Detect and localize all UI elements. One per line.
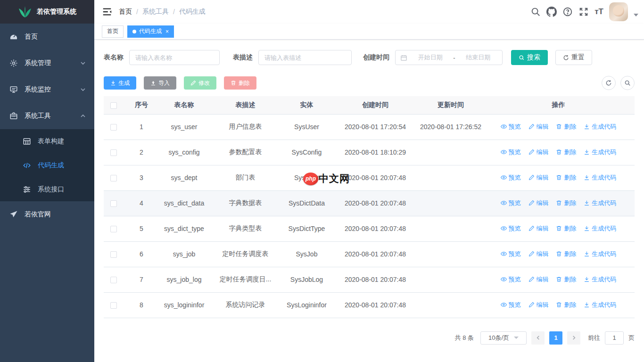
goto-page-input[interactable] [605,331,624,345]
sidebar-item-system-monitor[interactable]: 系统监控 [0,76,94,103]
start-date-placeholder[interactable]: 开始日期 [411,53,449,62]
table-row: 1 sys_user 用户信息表 SysUser 2020-08-01 17:2… [104,114,635,140]
sidebar-item-system-tools[interactable]: 系统工具 [0,103,94,129]
gencode-link[interactable]: 生成代码 [584,224,616,233]
next-page-button[interactable] [567,331,580,345]
gencode-link[interactable]: 生成代码 [584,148,616,156]
sidebar-item-system-manage[interactable]: 系统管理 [0,50,94,76]
close-icon[interactable]: × [165,29,169,34]
cell-actions: 预览 编辑 删除 生成代码 [482,114,635,140]
preview-link[interactable]: 预览 [501,173,521,182]
select-all-checkbox[interactable] [110,102,117,109]
row-checkbox[interactable] [110,175,117,181]
cell-name: sys_user [159,114,209,140]
edit-link[interactable]: 编辑 [528,224,549,233]
row-checkbox[interactable] [110,251,117,258]
table-row: 8 sys_logininfor 系统访问记录 SysLogininfor 20… [104,292,635,318]
gencode-link[interactable]: 生成代码 [584,123,616,131]
delete-link[interactable]: 删除 [556,123,576,131]
preview-link[interactable]: 预览 [501,301,521,309]
caret-down-icon[interactable] [634,14,638,16]
avatar[interactable] [609,2,628,21]
gencode-link[interactable]: 生成代码 [584,301,616,309]
sidebar-item-home[interactable]: 首页 [0,24,94,50]
reset-button[interactable]: 重置 [555,50,592,65]
tab-code-generate[interactable]: 代码生成 × [127,25,174,38]
tab-label: 首页 [107,27,118,35]
cell-index: 8 [124,292,159,318]
edit-link[interactable]: 编辑 [528,199,549,207]
search-button[interactable]: 搜索 [511,50,548,65]
row-checkbox[interactable] [110,302,117,309]
preview-link[interactable]: 预览 [501,275,521,284]
import-button[interactable]: 导入 [144,76,176,90]
preview-link[interactable]: 预览 [501,123,521,131]
row-select-cell [104,165,124,190]
fullscreen-icon[interactable] [578,7,589,17]
prev-page-button[interactable] [531,331,545,345]
logo-leaf-icon [18,6,32,18]
question-icon[interactable] [562,7,573,17]
edit-link[interactable]: 编辑 [528,301,549,309]
edit-button-disabled[interactable]: 修改 [184,76,216,90]
preview-link[interactable]: 预览 [501,199,521,207]
delete-link[interactable]: 删除 [556,275,576,284]
refresh-icon[interactable] [602,76,616,90]
delete-link[interactable]: 删除 [556,224,576,233]
sidebar-item-code-generate[interactable]: 代码生成 [0,153,94,177]
search-icon[interactable] [530,7,541,17]
cell-comment: 部门表 [209,165,282,190]
table-name-input[interactable] [129,50,220,65]
font-size-icon[interactable]: тT [594,7,603,17]
delete-link[interactable]: 删除 [556,199,576,207]
page-size-select[interactable]: 10条/页 [480,331,527,345]
total-count: 共 8 条 [455,334,474,342]
gencode-link[interactable]: 生成代码 [584,275,616,284]
preview-link[interactable]: 预览 [501,148,521,156]
logo-bar[interactable]: 若依管理系统 [0,0,94,24]
cell-index: 5 [124,216,159,241]
delete-link[interactable]: 删除 [556,301,576,309]
sidebar-collapse-icon[interactable] [102,7,112,17]
column-search-icon[interactable] [620,76,635,90]
gencode-link[interactable]: 生成代码 [584,250,616,258]
date-range-picker[interactable]: 开始日期 - 结束日期 [395,50,503,65]
row-checkbox[interactable] [110,200,117,207]
sidebar-item-label: 表单构建 [38,137,64,146]
edit-link[interactable]: 编辑 [528,123,549,131]
edit-link[interactable]: 编辑 [528,275,549,284]
edit-link[interactable]: 编辑 [528,148,549,156]
page-suffix: 页 [628,334,635,342]
tab-home[interactable]: 首页 [102,25,124,38]
sidebar-item-form-builder[interactable]: 表单构建 [0,129,94,153]
delete-button-disabled[interactable]: 删除 [224,76,256,90]
table-comment-input[interactable] [258,50,352,65]
row-checkbox[interactable] [110,277,117,283]
delete-link[interactable]: 删除 [556,250,576,258]
gencode-link[interactable]: 生成代码 [584,173,616,182]
edit-link[interactable]: 编辑 [528,250,549,258]
preview-link[interactable]: 预览 [501,250,521,258]
page-number-button[interactable]: 1 [549,331,562,345]
toolbar: 生成 导入 修改 删除 [104,76,635,90]
breadcrumb-home[interactable]: 首页 [119,8,132,16]
col-update-time: 更新时间 [419,96,482,114]
gencode-link[interactable]: 生成代码 [584,199,616,207]
sidebar-item-official-site[interactable]: 若依官网 [0,201,94,228]
edit-link[interactable]: 编辑 [528,173,549,182]
row-checkbox[interactable] [110,226,117,232]
end-date-placeholder[interactable]: 结束日期 [459,53,497,62]
github-icon[interactable] [546,7,557,17]
preview-link[interactable]: 预览 [501,224,521,233]
cell-create-time: 2020-08-01 20:07:48 [331,216,419,241]
row-checkbox[interactable] [110,124,117,131]
cell-create-time: 2020-08-01 20:07:48 [331,292,419,318]
row-checkbox[interactable] [110,149,117,156]
sidebar-item-system-api[interactable]: 系统接口 [0,177,94,201]
generate-button[interactable]: 生成 [104,76,136,90]
top-header: 首页 / 系统工具 / 代码生成 тT [94,0,644,24]
delete-link[interactable]: 删除 [556,148,576,156]
row-select-cell [104,140,124,165]
delete-link[interactable]: 删除 [556,173,576,182]
cell-comment: 字典数据表 [209,190,282,216]
